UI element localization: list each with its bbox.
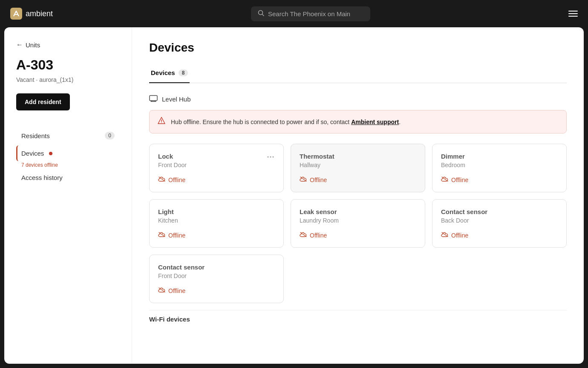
tab-devices-badge: 8	[179, 70, 188, 76]
hub-label: Level Hub	[162, 96, 191, 103]
offline-cloud-icon	[300, 232, 307, 239]
svg-line-9	[159, 177, 165, 181]
menu-button[interactable]	[568, 11, 578, 17]
ambient-support-link[interactable]: Ambient support	[351, 119, 399, 125]
device-type: Contact sensor	[441, 208, 558, 215]
device-card-contact-back-door: Contact sensor Back Door Offline	[432, 199, 567, 248]
content-area: Devices Devices 8 Level Hub	[132, 27, 584, 364]
unit-subtitle: Vacant · aurora_(1x1)	[16, 76, 120, 83]
device-status: Offline	[300, 232, 416, 239]
residents-badge: 0	[105, 132, 115, 139]
svg-line-13	[300, 177, 306, 181]
device-location: Front Door	[158, 162, 275, 168]
svg-point-10	[268, 156, 269, 158]
back-to-units-link[interactable]: ← Units	[16, 41, 120, 49]
unit-title: A-303	[16, 57, 120, 73]
device-status: Offline	[441, 232, 558, 239]
offline-cloud-icon	[158, 287, 166, 294]
search-bar[interactable]: Search The Phoenix on Main	[251, 6, 370, 21]
tabs-bar: Devices 8	[149, 65, 567, 83]
device-location: Hallway	[300, 162, 416, 168]
device-card-light-kitchen: Light Kitchen Offline	[149, 199, 284, 248]
offline-cloud-icon	[441, 176, 449, 183]
device-type: Leak sensor	[300, 208, 416, 215]
device-status: Offline	[158, 287, 275, 294]
page-title: Devices	[149, 41, 567, 55]
device-status: Offline	[158, 232, 275, 239]
wifi-section-heading: Wi-Fi devices	[149, 310, 567, 325]
device-card-leak-laundry: Leak sensor Laundry Room Offline	[291, 199, 425, 248]
device-card-dimmer-bedroom: Dimmer Bedroom Offline	[432, 144, 567, 192]
device-location: Laundry Room	[300, 217, 416, 224]
svg-line-16	[300, 232, 306, 237]
device-type: Thermostat	[300, 153, 416, 160]
device-type: Dimmer	[441, 153, 558, 160]
svg-line-2	[262, 14, 264, 16]
access-history-label: Access history	[21, 174, 63, 181]
offline-cloud-icon	[158, 176, 166, 183]
alert-message-after: .	[399, 119, 401, 125]
back-arrow-icon: ←	[16, 41, 23, 49]
sidebar-item-residents[interactable]: Residents 0	[16, 127, 120, 144]
device-card-contact-front-door: Contact sensor Front Door Offline	[149, 255, 284, 303]
sidebar: ← Units A-303 Vacant · aurora_(1x1) Add …	[4, 27, 132, 364]
logo-text: ambient	[26, 9, 53, 18]
device-options-button[interactable]	[266, 153, 275, 163]
hub-row: Level Hub	[149, 95, 567, 103]
sidebar-item-access-history[interactable]: Access history	[16, 170, 120, 185]
device-grid-row1: Lock Front Door Offline	[149, 144, 567, 192]
tab-devices-label: Devices	[151, 69, 175, 76]
sidebar-item-devices[interactable]: Devices	[16, 145, 120, 161]
search-placeholder: Search The Phoenix on Main	[268, 10, 350, 17]
sidebar-nav: Residents 0 Devices 7 devices offline Ac…	[16, 127, 120, 185]
svg-line-18	[159, 288, 165, 292]
svg-rect-3	[150, 96, 157, 101]
devices-label: Devices	[21, 150, 44, 157]
svg-point-8	[161, 122, 162, 123]
device-grid-row2: Light Kitchen Offline Leak sensor Laundr…	[149, 199, 567, 248]
add-resident-button[interactable]: Add resident	[16, 93, 70, 110]
device-card-lock-front-door: Lock Front Door Offline	[149, 144, 284, 192]
device-type: Contact sensor	[158, 264, 275, 271]
alert-icon	[157, 116, 166, 127]
alert-banner: Hub offline. Ensure the hub is connected…	[149, 110, 567, 133]
device-location: Kitchen	[158, 217, 275, 224]
device-status: Offline	[441, 176, 558, 183]
tab-devices[interactable]: Devices 8	[149, 65, 190, 83]
device-type: Lock	[158, 153, 275, 160]
svg-line-17	[442, 232, 448, 237]
hub-icon	[149, 95, 158, 103]
device-location: Front Door	[158, 272, 275, 279]
topnav: ambient Search The Phoenix on Main	[0, 0, 588, 27]
offline-cloud-icon	[300, 176, 307, 183]
residents-label: Residents	[21, 132, 50, 139]
offline-cloud-icon	[158, 232, 166, 239]
device-type: Light	[158, 208, 275, 215]
logo-icon	[10, 8, 22, 20]
device-status: Offline	[300, 176, 416, 183]
search-icon	[258, 10, 265, 18]
device-card-thermostat-hallway: Thermostat Hallway Offline	[291, 144, 425, 192]
alert-message-before: Hub offline. Ensure the hub is connected…	[171, 119, 351, 125]
svg-point-11	[270, 156, 271, 158]
offline-cloud-icon	[441, 232, 449, 239]
svg-line-15	[159, 232, 165, 237]
device-status: Offline	[158, 176, 275, 183]
device-location: Back Door	[441, 217, 558, 224]
svg-rect-0	[10, 8, 22, 20]
logo: ambient	[10, 8, 53, 20]
device-grid-row3: Contact sensor Front Door Offline	[149, 255, 567, 303]
main-area: ← Units A-303 Vacant · aurora_(1x1) Add …	[4, 27, 584, 364]
devices-offline-label: 7 devices offline	[16, 162, 120, 168]
svg-line-14	[442, 177, 448, 181]
device-location: Bedroom	[441, 162, 558, 168]
devices-offline-dot	[49, 152, 52, 155]
back-label: Units	[26, 41, 40, 49]
svg-point-12	[273, 156, 274, 158]
alert-message: Hub offline. Ensure the hub is connected…	[171, 119, 401, 125]
